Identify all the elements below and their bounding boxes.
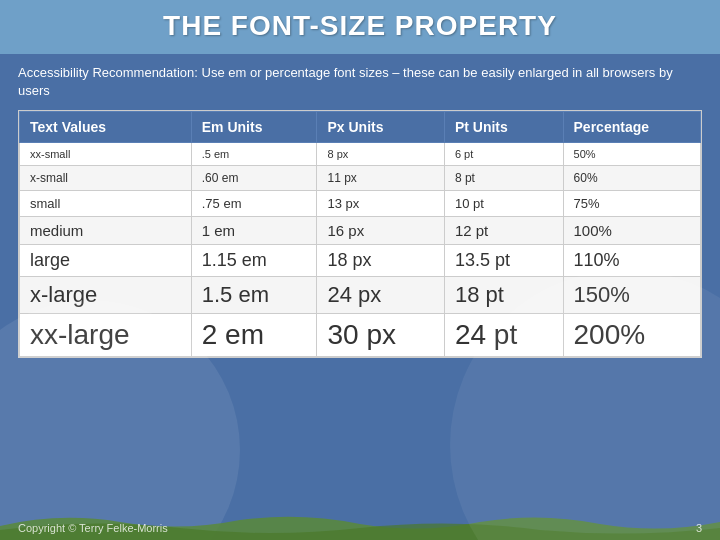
accessibility-note: Accessibility Recommendation: Use em or … [18, 64, 702, 100]
table-cell-3-0: medium [20, 217, 192, 245]
table-cell-4-4: 110% [563, 245, 700, 277]
table-row: x-large1.5 em24 px18 pt150% [20, 277, 701, 314]
table-cell-2-2: 13 px [317, 191, 444, 217]
table-cell-6-2: 30 px [317, 314, 444, 357]
table-row: small.75 em13 px10 pt75% [20, 191, 701, 217]
table-cell-1-1: .60 em [191, 166, 317, 191]
table-cell-6-4: 200% [563, 314, 700, 357]
table-cell-6-1: 2 em [191, 314, 317, 357]
table-cell-2-1: .75 em [191, 191, 317, 217]
table-cell-0-4: 50% [563, 143, 700, 166]
table-cell-5-4: 150% [563, 277, 700, 314]
font-size-table: Text Values Em Units Px Units Pt Units P… [19, 111, 701, 357]
table-cell-4-0: large [20, 245, 192, 277]
table-cell-0-1: .5 em [191, 143, 317, 166]
table-row: x-small.60 em11 px8 pt60% [20, 166, 701, 191]
col-header-px-units: Px Units [317, 112, 444, 143]
page-number: 3 [696, 522, 702, 534]
table-cell-5-2: 24 px [317, 277, 444, 314]
table-cell-1-0: x-small [20, 166, 192, 191]
table-cell-1-2: 11 px [317, 166, 444, 191]
col-header-text-values: Text Values [20, 112, 192, 143]
page-title: THE FONT-SIZE PROPERTY [20, 10, 700, 42]
col-header-pt-units: Pt Units [444, 112, 563, 143]
table-header-row: Text Values Em Units Px Units Pt Units P… [20, 112, 701, 143]
table-cell-5-3: 18 pt [444, 277, 563, 314]
table-cell-1-3: 8 pt [444, 166, 563, 191]
table-cell-2-4: 75% [563, 191, 700, 217]
table-cell-1-4: 60% [563, 166, 700, 191]
table-cell-5-0: x-large [20, 277, 192, 314]
footer-copyright: Copyright © Terry Felke-Morris [18, 522, 168, 534]
table-cell-0-3: 6 pt [444, 143, 563, 166]
table-row: medium1 em16 px12 pt100% [20, 217, 701, 245]
col-header-em-units: Em Units [191, 112, 317, 143]
table-cell-3-2: 16 px [317, 217, 444, 245]
table-cell-4-2: 18 px [317, 245, 444, 277]
table-row: xx-small.5 em8 px6 pt50% [20, 143, 701, 166]
table-cell-2-0: small [20, 191, 192, 217]
table-cell-6-3: 24 pt [444, 314, 563, 357]
table-cell-0-2: 8 px [317, 143, 444, 166]
table-cell-5-1: 1.5 em [191, 277, 317, 314]
table-row: large1.15 em18 px13.5 pt110% [20, 245, 701, 277]
table-cell-3-3: 12 pt [444, 217, 563, 245]
table-row: xx-large2 em30 px24 pt200% [20, 314, 701, 357]
font-size-table-wrapper: Text Values Em Units Px Units Pt Units P… [18, 110, 702, 358]
table-cell-3-4: 100% [563, 217, 700, 245]
content-area: Accessibility Recommendation: Use em or … [0, 54, 720, 364]
title-bar: THE FONT-SIZE PROPERTY [0, 0, 720, 54]
table-cell-6-0: xx-large [20, 314, 192, 357]
table-cell-0-0: xx-small [20, 143, 192, 166]
table-cell-4-3: 13.5 pt [444, 245, 563, 277]
table-cell-3-1: 1 em [191, 217, 317, 245]
col-header-percentage: Percentage [563, 112, 700, 143]
table-cell-2-3: 10 pt [444, 191, 563, 217]
table-cell-4-1: 1.15 em [191, 245, 317, 277]
